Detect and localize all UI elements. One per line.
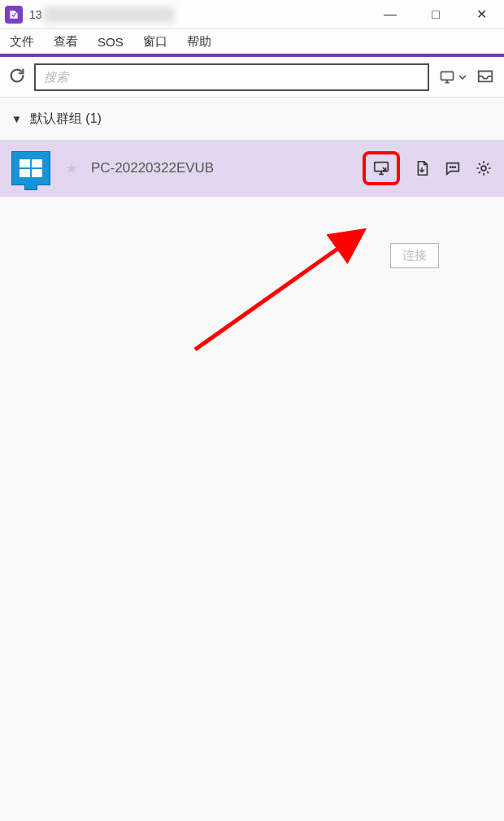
menu-window[interactable]: 窗口 bbox=[143, 34, 167, 50]
chat-button[interactable] bbox=[444, 159, 462, 177]
toolbar bbox=[0, 57, 504, 98]
chat-icon bbox=[444, 159, 462, 177]
search-input[interactable] bbox=[44, 70, 419, 84]
svg-point-2 bbox=[450, 167, 451, 167]
device-action-bar bbox=[363, 151, 493, 185]
menu-view[interactable]: 查看 bbox=[54, 34, 78, 50]
minimize-button[interactable]: — bbox=[367, 0, 413, 29]
connect-button[interactable] bbox=[363, 151, 400, 185]
menu-help[interactable]: 帮助 bbox=[187, 34, 211, 50]
view-mode-dropdown[interactable] bbox=[437, 69, 467, 85]
group-name: 默认群组 bbox=[30, 111, 82, 125]
menu-file[interactable]: 文件 bbox=[10, 34, 34, 50]
svg-point-3 bbox=[452, 167, 453, 167]
search-input-wrapper bbox=[34, 63, 429, 91]
file-transfer-icon bbox=[413, 159, 431, 177]
monitor-arrow-icon bbox=[372, 159, 390, 177]
menubar: 文件 查看 SOS 窗口 帮助 bbox=[0, 29, 504, 57]
svg-point-4 bbox=[454, 167, 455, 167]
close-button[interactable]: ✕ bbox=[458, 0, 504, 29]
gear-icon bbox=[475, 159, 493, 177]
title-redacted bbox=[44, 7, 174, 23]
chevron-down-icon bbox=[458, 75, 467, 80]
window-title: 13 bbox=[29, 8, 42, 21]
disclosure-triangle-icon[interactable]: ▼ bbox=[11, 113, 22, 125]
connect-tooltip: 连接 bbox=[390, 243, 439, 268]
inbox-icon[interactable] bbox=[475, 67, 496, 88]
file-transfer-button[interactable] bbox=[413, 159, 431, 177]
app-icon bbox=[5, 6, 23, 24]
favorite-star-icon[interactable]: ★ bbox=[65, 159, 78, 177]
settings-button[interactable] bbox=[475, 159, 493, 177]
device-name: PC-20220322EVUB bbox=[91, 160, 354, 176]
refresh-icon[interactable] bbox=[8, 67, 26, 88]
device-row[interactable]: ★ PC-20220322EVUB bbox=[0, 140, 504, 197]
group-count: (1) bbox=[85, 111, 102, 125]
computer-icon bbox=[11, 151, 50, 185]
menu-sos[interactable]: SOS bbox=[98, 35, 124, 49]
window-controls: — □ ✕ bbox=[367, 0, 504, 29]
svg-point-5 bbox=[481, 166, 486, 171]
maximize-button[interactable]: □ bbox=[413, 0, 458, 29]
titlebar: 13 — □ ✕ bbox=[0, 0, 504, 29]
svg-line-6 bbox=[195, 232, 362, 350]
svg-rect-0 bbox=[441, 72, 454, 80]
group-header[interactable]: ▼ 默认群组 (1) bbox=[0, 98, 504, 140]
annotation-arrow bbox=[187, 219, 390, 358]
